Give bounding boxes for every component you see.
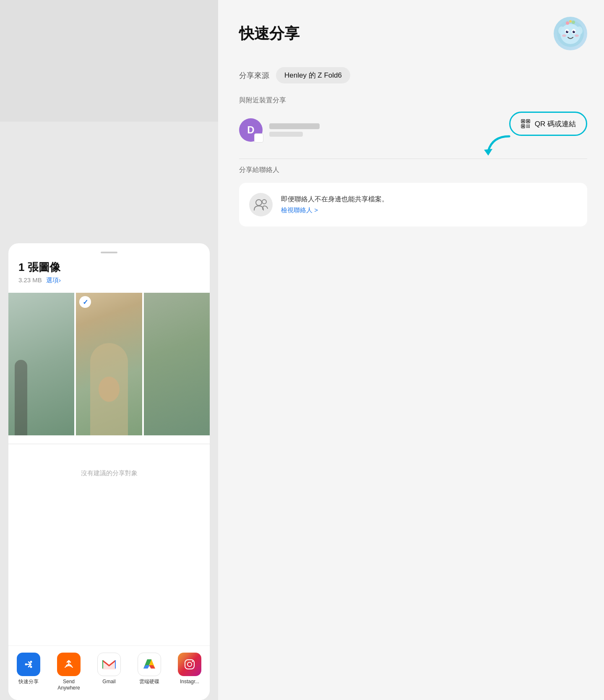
- svg-point-23: [567, 31, 568, 31]
- app-label-instagram: Instagr...: [180, 679, 199, 685]
- device-sub: [269, 132, 303, 137]
- bottom-bar: 快速分享 Send Anywhere: [8, 645, 210, 700]
- qr-button-label: QR 碼或連結: [535, 119, 576, 129]
- source-label: 分享來源: [239, 70, 269, 81]
- qr-area: QR 碼或連結 D 🖥: [239, 112, 587, 148]
- app-label-drive: 雲端硬碟: [139, 679, 159, 685]
- file-size: 3.23 MB: [18, 276, 42, 284]
- image-thumb-1[interactable]: [8, 293, 74, 435]
- panel-title: 快速分享: [239, 23, 299, 44]
- options-link[interactable]: 選項›: [46, 276, 61, 284]
- panel-header: 快速分享: [239, 17, 587, 50]
- svg-rect-33: [522, 120, 524, 122]
- nearby-section: 與附近裝置分享: [239, 96, 587, 148]
- drag-handle[interactable]: [101, 252, 117, 253]
- svg-point-2: [30, 661, 32, 663]
- svg-rect-40: [528, 126, 528, 127]
- contact-icon: [249, 193, 273, 216]
- send-anywhere-icon: [57, 653, 81, 676]
- svg-point-47: [262, 200, 266, 204]
- device-initial: D: [247, 124, 254, 136]
- empty-area: [239, 233, 587, 401]
- svg-rect-34: [527, 120, 529, 122]
- svg-rect-35: [522, 125, 524, 127]
- svg-point-14: [192, 661, 193, 662]
- svg-rect-38: [529, 125, 530, 125]
- svg-rect-44: [529, 127, 530, 128]
- device-name: [269, 123, 320, 129]
- file-title: 1 張圖像: [18, 260, 200, 275]
- qr-icon: [521, 119, 531, 129]
- svg-point-3: [30, 666, 32, 668]
- contact-row: 即便聯絡人不在身邊也能共享檔案。 檢視聯絡人 >: [249, 193, 577, 216]
- qr-button-container: QR 碼或連結: [509, 112, 587, 136]
- app-label-quick-share: 快速分享: [18, 679, 39, 685]
- app-item-gmail[interactable]: Gmail: [92, 653, 126, 685]
- image-thumb-3[interactable]: [144, 293, 210, 435]
- app-item-send-anywhere[interactable]: Send Anywhere: [52, 653, 86, 692]
- svg-point-21: [566, 31, 568, 33]
- mascot-avatar: [554, 17, 587, 50]
- drive-icon: [138, 653, 161, 676]
- app-item-quick-share[interactable]: 快速分享: [12, 653, 45, 685]
- contact-section-wrapper: 分享給聯絡人 即便聯絡人不在身邊也能共享檔案。 檢視聯絡人 >: [239, 166, 587, 226]
- source-row: 分享來源 Henley 的 Z Fold6: [239, 67, 587, 83]
- contact-section-label: 分享給聯絡人: [239, 166, 587, 174]
- app-item-instagram[interactable]: Instagr...: [173, 653, 206, 685]
- svg-rect-39: [526, 126, 527, 127]
- svg-point-25: [562, 34, 566, 37]
- svg-point-26: [575, 34, 579, 37]
- svg-point-27: [566, 21, 569, 25]
- app-item-drive[interactable]: 雲端硬碟: [133, 653, 166, 685]
- svg-rect-41: [529, 126, 530, 127]
- source-device[interactable]: Henley 的 Z Fold6: [276, 67, 350, 83]
- svg-point-28: [572, 21, 575, 24]
- contact-text: 即便聯絡人不在身邊也能共享檔案。 檢視聯絡人 >: [281, 195, 577, 214]
- instagram-icon: [178, 653, 201, 676]
- phone-card: 1 張圖像 3.23 MB 選項› ✓: [8, 243, 210, 700]
- svg-point-24: [574, 31, 575, 31]
- svg-rect-42: [526, 127, 527, 128]
- contact-link[interactable]: 檢視聯絡人 >: [281, 206, 318, 213]
- device-badge: 🖥: [254, 133, 263, 143]
- svg-point-46: [256, 200, 262, 206]
- device-avatar: D 🖥: [239, 118, 263, 142]
- arrow-pointer: [480, 132, 513, 159]
- contact-card: 即便聯絡人不在身邊也能共享檔案。 檢視聯絡人 >: [239, 183, 587, 226]
- image-strip: ✓: [8, 293, 210, 435]
- device-info: [269, 123, 320, 137]
- background-area: [0, 0, 218, 122]
- svg-marker-45: [484, 149, 492, 156]
- no-suggestion: 沒有建議的分享對象: [17, 444, 201, 502]
- app-label-gmail: Gmail: [102, 679, 115, 685]
- svg-point-1: [25, 663, 27, 665]
- gmail-icon: [97, 653, 121, 676]
- svg-rect-36: [526, 125, 527, 125]
- svg-point-29: [569, 20, 572, 23]
- file-meta: 3.23 MB 選項›: [18, 276, 200, 284]
- svg-point-13: [187, 662, 192, 666]
- svg-rect-43: [528, 127, 528, 128]
- file-info: 1 張圖像 3.23 MB 選項›: [17, 260, 201, 289]
- qr-button[interactable]: QR 碼或連結: [509, 112, 587, 136]
- divider-1: [239, 159, 587, 159]
- svg-point-18: [560, 24, 581, 44]
- contact-desc: 即便聯絡人不在身邊也能共享檔案。: [281, 195, 577, 204]
- nearby-label: 與附近裝置分享: [239, 96, 587, 105]
- left-panel: 1 張圖像 3.23 MB 選項› ✓: [0, 0, 218, 700]
- svg-point-22: [573, 31, 575, 33]
- app-label-send-anywhere: Send Anywhere: [52, 679, 86, 692]
- image-thumb-2[interactable]: ✓: [76, 293, 142, 435]
- right-panel: 快速分享: [218, 0, 604, 700]
- quick-share-icon: [17, 653, 40, 676]
- svg-rect-37: [528, 125, 528, 125]
